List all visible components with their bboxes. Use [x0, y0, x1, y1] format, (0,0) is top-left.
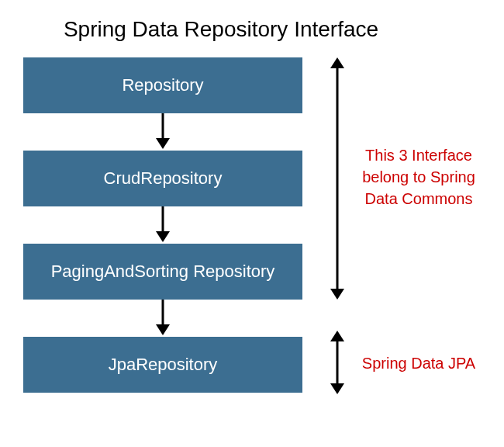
diagram-content: Repository CrudRepository PagingAndSorti…: [0, 57, 504, 393]
annotation-commons: This 3 Interface belong to Spring Data C…: [357, 144, 481, 210]
annotation-jpa: Spring Data JPA: [357, 352, 481, 374]
svg-marker-9: [330, 331, 344, 341]
double-arrow-jpa-icon: [326, 331, 349, 397]
svg-marker-11: [330, 383, 344, 394]
box-crudrepository: CrudRepository: [23, 151, 302, 206]
box-pagingandsortingrepository: PagingAndSorting Repository: [23, 244, 302, 300]
arrow-down-icon: [23, 300, 302, 337]
box-repository: Repository: [23, 57, 302, 113]
arrow-down-icon: [23, 206, 302, 244]
svg-marker-6: [330, 57, 344, 68]
double-arrow-commons-icon: [326, 57, 349, 303]
svg-marker-5: [156, 324, 170, 335]
arrow-down-icon: [23, 113, 302, 151]
svg-marker-1: [156, 138, 170, 149]
box-jparepository: JpaRepository: [23, 337, 302, 393]
svg-marker-8: [330, 289, 344, 300]
svg-marker-3: [156, 231, 170, 242]
diagram-title: Spring Data Repository Interface: [0, 0, 504, 57]
